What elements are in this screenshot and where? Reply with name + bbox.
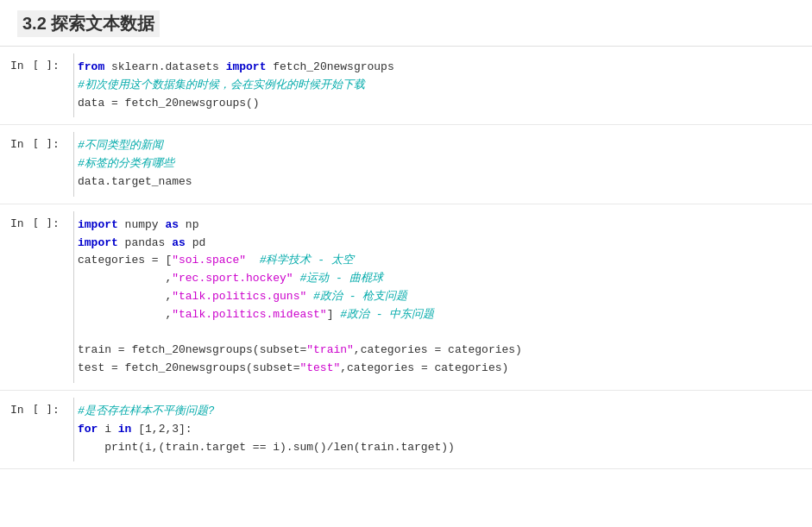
cell-2-content[interactable]: #不同类型的新闻 #标签的分类有哪些 data.target_names [73, 132, 812, 196]
cell-4-content[interactable]: #是否存在样本不平衡问题? for i in [1,2,3]: print(i,… [73, 398, 812, 461]
cell-3: In [ ]: import numpy as np import pandas… [0, 204, 812, 391]
section-header: 3.2 探索文本数据 [0, 0, 812, 47]
cell-4-label: In [ ]: [0, 398, 73, 416]
cell-1-label: In [ ]: [0, 53, 73, 72]
cell-3-content[interactable]: import numpy as np import pandas as pd c… [73, 211, 812, 383]
notebook: 3.2 探索文本数据 In [ ]: from sklearn.datasets… [0, 0, 812, 527]
cell-4: In [ ]: #是否存在样本不平衡问题? for i in [1,2,3]: … [0, 391, 812, 469]
cell-3-label: In [ ]: [0, 211, 73, 229]
cell-4-code: #是否存在样本不平衡问题? for i in [1,2,3]: print(i,… [78, 403, 802, 456]
cell-2: In [ ]: #不同类型的新闻 #标签的分类有哪些 data.target_n… [0, 125, 812, 204]
cell-1-code: from sklearn.datasets import fetch_20new… [78, 59, 802, 112]
section-title: 3.2 探索文本数据 [17, 10, 160, 37]
cell-2-code: #不同类型的新闻 #标签的分类有哪些 data.target_names [78, 137, 802, 191]
cell-1: In [ ]: from sklearn.datasets import fet… [0, 47, 812, 125]
cell-3-code: import numpy as np import pandas as pd c… [78, 216, 802, 378]
cell-1-content[interactable]: from sklearn.datasets import fetch_20new… [73, 53, 812, 117]
cell-2-label: In [ ]: [0, 132, 73, 150]
